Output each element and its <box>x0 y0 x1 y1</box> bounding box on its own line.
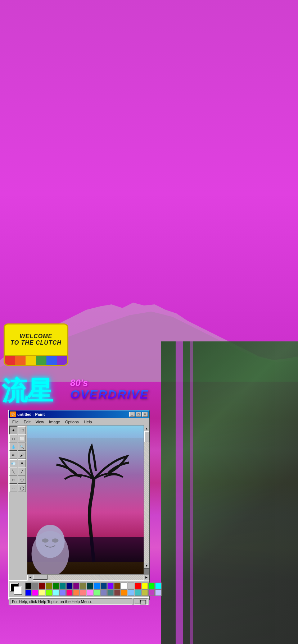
color-darkgray[interactable] <box>32 583 39 589</box>
tool-polygon[interactable]: ⬠ <box>18 476 26 484</box>
color-magenta[interactable] <box>32 589 39 596</box>
paint-window: 🎨 untitled - Paint _ □ × File Edit View … <box>8 410 150 600</box>
svg-point-3 <box>36 525 65 558</box>
color-orange[interactable] <box>73 589 80 596</box>
color-teal[interactable] <box>59 583 66 589</box>
color-oliveyellow[interactable] <box>80 583 86 589</box>
rainbow-stripe-green <box>36 356 46 365</box>
color-orchid[interactable] <box>148 589 155 596</box>
menu-help[interactable]: Help <box>82 419 94 424</box>
paint-menubar: File Edit View Image Options Help <box>9 418 149 426</box>
statusbar-help-text: For Help, click Help Topics on the Help … <box>10 598 132 605</box>
tool-airbrush[interactable]: 💨 <box>9 459 17 467</box>
canvas-image <box>27 426 144 574</box>
tool-round-rect[interactable]: ◯ <box>18 484 26 492</box>
tool-magnifier[interactable]: 🔍 <box>18 443 26 451</box>
svg-point-4 <box>42 538 48 543</box>
paint-app-icon: 🎨 <box>10 411 16 417</box>
menu-edit[interactable]: Edit <box>22 419 33 424</box>
tool-rect-shape[interactable]: □ <box>9 476 17 484</box>
tool-brush[interactable]: 🖌 <box>18 451 26 459</box>
color-darkgreen[interactable] <box>53 583 59 589</box>
overdrive-main-label: OVERDRIVE <box>70 387 149 401</box>
tool-select-rect[interactable]: ⬚ <box>18 426 26 434</box>
canvas-scrollbar-bottom: ◀ ▶ <box>27 574 149 580</box>
palette-current-colors <box>10 583 22 595</box>
color-lavender[interactable] <box>155 589 162 596</box>
tool-line[interactable]: ╲ <box>9 468 17 475</box>
tool-curve[interactable]: ╱ <box>18 468 26 475</box>
color-red[interactable] <box>135 583 141 589</box>
color-lightgreen[interactable] <box>46 589 52 596</box>
badge-shape: WELCOME TO THE CLUTCH <box>4 323 68 356</box>
color-green[interactable] <box>148 583 155 589</box>
minimize-button[interactable]: _ <box>129 412 135 417</box>
palette-color-grid <box>25 583 162 596</box>
color-mint[interactable] <box>94 589 100 596</box>
color-salmon[interactable] <box>80 589 86 596</box>
menu-image[interactable]: Image <box>47 419 62 424</box>
maximize-button[interactable]: □ <box>136 412 141 417</box>
color-cyan[interactable] <box>155 583 162 589</box>
color-blue2[interactable] <box>94 583 100 589</box>
menu-options[interactable]: Options <box>63 419 81 424</box>
color-aqua[interactable] <box>135 589 141 596</box>
svg-rect-6 <box>135 599 140 603</box>
paint-canvas-area[interactable]: ▲ ▼ <box>27 426 149 574</box>
color-hotpink[interactable] <box>66 589 73 596</box>
color-amber[interactable] <box>121 589 127 596</box>
color-black[interactable] <box>25 583 32 589</box>
color-darkred[interactable] <box>39 583 45 589</box>
color-violet[interactable] <box>107 583 114 589</box>
tool-pencil[interactable]: ✏ <box>9 451 17 459</box>
paint-palette <box>9 580 149 597</box>
kanji-flowing-star: 流星 <box>2 374 52 408</box>
palm-tree-silhouette <box>27 426 144 574</box>
scroll-thumb[interactable] <box>144 431 149 442</box>
paint-titlebar[interactable]: 🎨 untitled - Paint _ □ × <box>9 410 149 418</box>
color-olive[interactable] <box>46 583 52 589</box>
color-lightcyan[interactable] <box>53 589 59 596</box>
color-darkblue2[interactable] <box>100 583 107 589</box>
color-brown[interactable] <box>114 583 121 589</box>
color-white[interactable] <box>121 583 127 589</box>
color-yellow[interactable] <box>141 583 148 589</box>
color-navy[interactable] <box>66 583 73 589</box>
scroll-up-arrow[interactable]: ▲ <box>144 426 150 431</box>
scroll-down-arrow[interactable]: ▼ <box>144 563 150 569</box>
color-blue[interactable] <box>25 589 32 596</box>
scroll-h-thumb[interactable] <box>33 575 48 580</box>
welcome-badge: WELCOME TO THE CLUTCH <box>4 323 72 370</box>
menu-file[interactable]: File <box>10 419 21 424</box>
scroll-right-arrow[interactable]: ▶ <box>144 575 149 580</box>
color-darkteal[interactable] <box>87 583 93 589</box>
rainbow-stripe-blue <box>46 356 57 365</box>
close-button[interactable]: × <box>142 412 148 417</box>
color-lightyellow[interactable] <box>39 589 45 596</box>
paint-toolbar: ✦ ⬚ ◻ ⬜ 💧 🔍 ✏ 🖌 💨 A ╲ ╱ □ ⬠ ○ ◯ <box>9 426 27 574</box>
color-periwinkle[interactable] <box>100 589 107 596</box>
scroll-left-arrow[interactable]: ◀ <box>27 575 33 580</box>
overdrive-logo: 80's OVERDRIVE <box>70 378 149 401</box>
tool-fill[interactable]: ⬜ <box>18 434 26 442</box>
tool-eyedropper[interactable]: 💧 <box>9 443 17 451</box>
tool-text[interactable]: A <box>18 459 26 467</box>
color-purple[interactable] <box>73 583 80 589</box>
scroll-track <box>144 431 150 563</box>
color-lightblue[interactable] <box>59 589 66 596</box>
palette-background[interactable] <box>14 586 22 595</box>
color-lightgray[interactable] <box>128 583 134 589</box>
tool-ellipse[interactable]: ○ <box>9 484 17 492</box>
color-lightmagenta[interactable] <box>87 589 93 596</box>
color-steelteal[interactable] <box>107 589 114 596</box>
rainbow-stripe-yellow <box>26 356 36 365</box>
color-skyblue[interactable] <box>128 589 134 596</box>
menu-view[interactable]: View <box>33 419 46 424</box>
right-fence-structure <box>161 341 298 644</box>
color-rosewood[interactable] <box>114 589 121 596</box>
tool-select-free[interactable]: ✦ <box>9 426 17 434</box>
color-khaki[interactable] <box>141 589 148 596</box>
tool-eraser[interactable]: ◻ <box>9 434 17 442</box>
resize-icon <box>135 599 146 604</box>
statusbar-size-indicator <box>134 598 148 605</box>
